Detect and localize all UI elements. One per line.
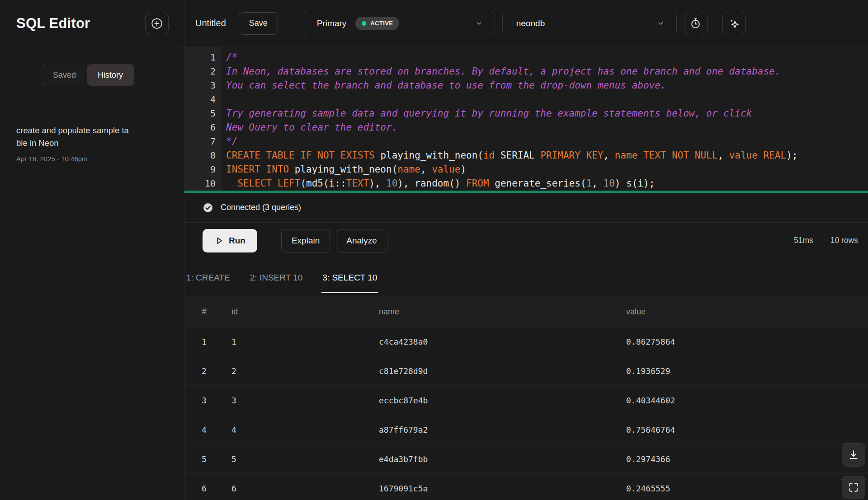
result-tab[interactable]: 3: SELECT 10	[321, 258, 378, 297]
history-item[interactable]: create and populate sample table in Neon…	[0, 103, 184, 163]
table-cell: 2	[184, 356, 224, 385]
sql-editor[interactable]: 12345678910 /*In Neon, databases are sto…	[184, 47, 868, 191]
query-timer-button[interactable]	[684, 12, 708, 35]
code-line[interactable]: You can select the branch and database t…	[226, 79, 868, 93]
query-meta: 51ms 10 rows	[794, 236, 858, 245]
table-cell: a87ff679a2	[379, 425, 626, 435]
download-results-button[interactable]	[842, 443, 865, 467]
table-body: 11c4ca4238a00.8627586422c81e728d9d0.1936…	[184, 327, 868, 500]
line-number: 2	[184, 65, 216, 79]
branch-select[interactable]: Primary ACTIVE	[303, 12, 495, 35]
result-tab[interactable]: 1: CREATE	[185, 258, 231, 297]
line-number: 5	[184, 107, 216, 121]
table-row[interactable]: 44a87ff679a20.75646764	[184, 415, 868, 444]
line-number: 9	[184, 163, 216, 177]
line-number: 7	[184, 135, 216, 149]
table-cell: c81e728d9d	[379, 366, 626, 376]
actions-divider	[271, 232, 271, 250]
stopwatch-icon	[689, 17, 702, 29]
code-line[interactable]: */	[226, 135, 868, 149]
database-select[interactable]: neondb	[502, 12, 677, 35]
header-cell: id	[224, 307, 379, 317]
line-number: 3	[184, 79, 216, 93]
table-cell: 0.75646764	[626, 425, 868, 435]
connection-status-row: Connected (3 queries)	[184, 193, 868, 223]
code-line[interactable]: New Query to clear the editor.	[226, 121, 868, 135]
tab-saved[interactable]: Saved	[42, 64, 87, 86]
header-cell: value	[626, 307, 868, 317]
code-line[interactable]: SELECT LEFT(md5(i::TEXT), 10), random() …	[226, 177, 868, 191]
table-cell: 5	[184, 444, 224, 473]
table-cell: 4	[224, 425, 379, 435]
table-cell: 1679091c5a	[379, 484, 626, 493]
connection-selects: Primary ACTIVE neondb	[291, 6, 746, 41]
table-cell: 6	[224, 484, 379, 493]
table-cell: c4ca4238a0	[379, 337, 626, 346]
line-numbers: 12345678910	[184, 47, 222, 191]
download-icon	[848, 449, 859, 461]
table-cell: 0.40344602	[626, 396, 868, 405]
code-line[interactable]: /*	[226, 51, 868, 65]
topbar-icon-divider	[715, 6, 715, 41]
table-row[interactable]: 11c4ca4238a00.86275864	[184, 327, 868, 356]
table-cell: 0.2465555	[626, 484, 868, 493]
code-lines[interactable]: /*In Neon, databases are stored on branc…	[222, 47, 868, 191]
tab-history[interactable]: History	[87, 64, 134, 86]
check-circle-icon	[203, 202, 213, 213]
code-line[interactable]	[226, 93, 868, 107]
line-number: 8	[184, 149, 216, 163]
code-line[interactable]: INSERT INTO playing_with_neon(name, valu…	[226, 163, 868, 177]
table-cell: 3	[224, 396, 379, 405]
table-row[interactable]: 22c81e728d9d0.1936529	[184, 356, 868, 386]
history-item-title: create and populate sample table in Neon	[16, 124, 132, 150]
sidebar: SQL Editor Saved History create and popu…	[0, 0, 184, 500]
table-cell: 2	[224, 366, 379, 376]
ai-assist-button[interactable]	[722, 12, 746, 35]
table-cell: e4da3b7fbb	[379, 454, 626, 464]
table-cell: eccbc87e4b	[379, 396, 626, 405]
line-number: 6	[184, 121, 216, 135]
result-tab[interactable]: 2: INSERT 10	[249, 258, 304, 297]
table-cell: 3	[184, 386, 224, 415]
main-panel: Untitled Save Primary ACTIVE neondb	[184, 0, 868, 500]
table-header: #idnamevalue	[184, 297, 868, 327]
save-button[interactable]: Save	[239, 12, 278, 35]
query-duration: 51ms	[794, 236, 813, 245]
table-cell: 0.1936529	[626, 366, 868, 376]
line-number: 1	[184, 51, 216, 65]
explain-button[interactable]: Explain	[281, 229, 330, 252]
table-row[interactable]: 55e4da3b7fbb0.2974366	[184, 444, 868, 474]
status-dot	[362, 21, 366, 26]
fullscreen-icon	[848, 481, 859, 493]
results-toolbar	[842, 443, 865, 499]
editor-topbar: Untitled Save Primary ACTIVE neondb	[184, 0, 868, 47]
table-cell: 5	[224, 454, 379, 464]
run-button[interactable]: Run	[203, 229, 257, 252]
code-line[interactable]: CREATE TABLE IF NOT EXISTS playing_with_…	[226, 149, 868, 163]
page-title: SQL Editor	[16, 15, 90, 32]
saved-history-toggle: Saved History	[42, 64, 134, 86]
table-cell: 0.2974366	[626, 454, 868, 464]
code-line[interactable]: Try generating sample data and querying …	[226, 107, 868, 121]
history-item-date: Apr 16, 2025 - 10:46pm	[16, 155, 168, 163]
new-query-button[interactable]	[145, 12, 169, 35]
table-row[interactable]: 661679091c5a0.2465555	[184, 474, 868, 500]
header-cell: name	[379, 307, 626, 317]
chevron-down-icon	[657, 19, 665, 27]
line-number: 10	[184, 177, 216, 191]
table-cell: 4	[184, 415, 224, 444]
sidebar-tabs-section: Saved History	[0, 47, 184, 103]
line-number: 4	[184, 93, 216, 107]
header-cell: #	[184, 297, 224, 327]
query-section: Untitled Save	[184, 0, 291, 47]
play-icon	[214, 236, 224, 246]
actions-row: Run Explain Analyze 51ms 10 rows	[184, 223, 868, 258]
code-line[interactable]: In Neon, databases are stored on branche…	[226, 65, 868, 79]
fullscreen-button[interactable]	[842, 476, 865, 499]
run-label: Run	[229, 236, 245, 246]
branch-status-text: ACTIVE	[370, 20, 393, 27]
table-cell: 1	[184, 327, 224, 356]
table-row[interactable]: 33eccbc87e4b0.40344602	[184, 386, 868, 415]
analyze-button[interactable]: Analyze	[336, 229, 387, 252]
table-cell: 6	[184, 474, 224, 500]
